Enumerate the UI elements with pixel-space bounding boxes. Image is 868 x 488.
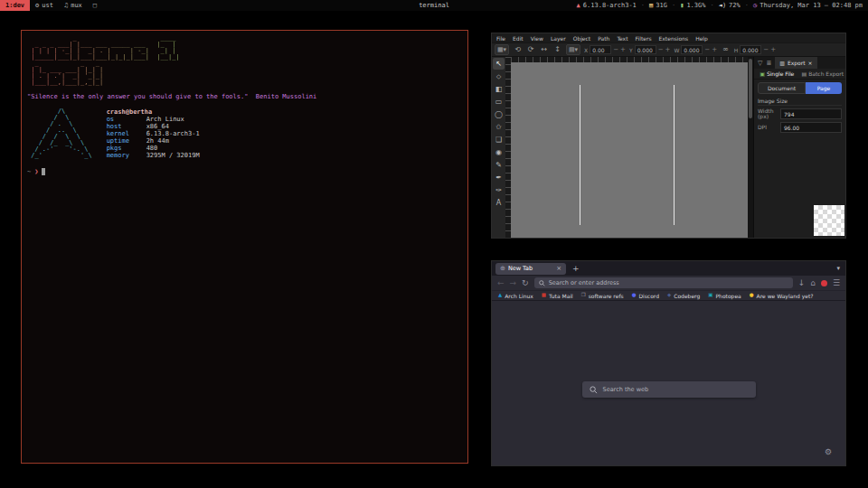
page-button[interactable]: Page — [806, 82, 842, 94]
arch-favicon: ▲ — [498, 293, 502, 298]
page-border-right — [674, 85, 675, 225]
terminal-window[interactable]: _ ____ _ _ _ ___| |___ ___ _____ ___ |_ … — [21, 30, 468, 464]
document-button[interactable]: Document — [758, 82, 806, 94]
navigation-bar: ← → ↻ Search or enter address ↓ ⌂ ☰ — [492, 276, 845, 290]
search-icon — [590, 386, 598, 394]
tool-box-3d-icon[interactable]: ❏ — [493, 134, 505, 145]
tool-selector-icon[interactable]: ↖ — [493, 58, 505, 70]
downloads-icon[interactable]: ↓ — [798, 279, 806, 287]
menu-layer[interactable]: Layer — [551, 35, 566, 42]
flip-horizontal-icon[interactable]: ↔ — [540, 45, 550, 54]
h-input[interactable]: 0.000 — [740, 45, 761, 54]
menu-extensions[interactable]: Extensions — [659, 35, 689, 42]
tool-rectangle-icon[interactable]: ▭ — [493, 96, 505, 108]
flip-vertical-icon[interactable]: ↕ — [552, 45, 562, 54]
drawing-canvas[interactable] — [511, 62, 748, 238]
rotate-ccw-icon[interactable]: ⟲ — [513, 45, 523, 54]
extension-red-icon[interactable] — [821, 280, 827, 286]
close-icon[interactable]: × — [808, 60, 813, 66]
globe-icon: ⊕ — [500, 265, 505, 272]
menu-icon[interactable]: ☰ — [833, 279, 840, 287]
select-all-dropdown[interactable]: ▦▾ — [495, 44, 509, 55]
dpi-row: DPI 96.00 — [758, 122, 842, 133]
scrollbar-thumb[interactable] — [749, 59, 752, 118]
y-increment[interactable]: + — [665, 46, 671, 53]
reload-button[interactable]: ↻ — [522, 279, 529, 287]
tool-pencil-icon[interactable]: ✎ — [493, 159, 505, 171]
bookmark-arch-linux[interactable]: ▲ Arch Linux — [498, 293, 533, 299]
tuta-favicon: ■ — [542, 293, 546, 298]
image-size-heading: Image Size — [758, 98, 842, 106]
align-dropdown[interactable]: ▤▾ — [566, 44, 580, 55]
fetch-row: host x86_64 — [107, 123, 200, 130]
x-input[interactable]: 0.00 — [590, 45, 611, 54]
h-field: H 0.000 − + — [734, 45, 776, 54]
tool-calligraphy-icon[interactable]: ✑ — [493, 184, 505, 196]
dock-tab-bar: ▽ ≣ ▥ Export × — [754, 57, 845, 69]
menu-filters[interactable]: Filters — [636, 35, 652, 42]
back-button[interactable]: ← — [497, 279, 505, 287]
layers-icon[interactable]: ≣ — [766, 60, 771, 67]
tab-single-file[interactable]: ▣ Single File — [754, 70, 800, 77]
dpi-input[interactable]: 96.00 — [780, 122, 842, 133]
y-input[interactable]: 0.000 — [635, 45, 656, 54]
fetch-row: memory 3295M / 32019M — [107, 152, 200, 159]
bookmark-codeberg[interactable]: ◆ Codeberg — [667, 293, 700, 299]
lock-ratio-icon[interactable]: ∞ — [721, 45, 731, 54]
export-dock-tab[interactable]: ▥ Export × — [775, 57, 816, 69]
menu-help[interactable]: Help — [695, 35, 708, 42]
tool-text-icon[interactable]: A — [493, 197, 505, 209]
prompt-cwd: ~ — [27, 168, 31, 175]
w-input[interactable]: 0.000 — [681, 45, 703, 54]
menu-edit[interactable]: Edit — [513, 35, 524, 42]
fetch-output: /\ / \ / . \ / .. \ / / \ \ / /_ _\ \ / … — [27, 108, 462, 159]
tool-ellipse-icon[interactable]: ◯ — [493, 108, 505, 120]
y-field: Y 0.000 − + — [629, 45, 670, 54]
tool-star-icon[interactable]: ✩ — [493, 121, 505, 133]
menu-path[interactable]: Path — [598, 35, 609, 42]
shell-prompt[interactable]: ~ ❯ — [27, 168, 462, 175]
search-icon — [539, 280, 545, 286]
y-decrement[interactable]: − — [658, 46, 664, 53]
menu-text[interactable]: Text — [617, 35, 627, 42]
h-decrement[interactable]: − — [763, 46, 769, 53]
inkscape-window[interactable]: File Edit View Layer Object Path Text Fi… — [491, 33, 846, 239]
menu-object[interactable]: Object — [573, 35, 591, 42]
wayland-favicon: ● — [750, 293, 754, 298]
w-increment[interactable]: + — [712, 46, 717, 53]
canvas-area[interactable] — [511, 57, 748, 238]
rotate-cw-icon[interactable]: ⟳ — [526, 45, 536, 54]
h-increment[interactable]: + — [770, 46, 776, 53]
tab-list-chevron-icon[interactable]: ▾ — [836, 265, 840, 272]
bookmark-photopea[interactable]: ▣ Photopea — [708, 293, 741, 299]
w-decrement[interactable]: − — [704, 46, 710, 53]
home-icon[interactable]: ⌂ — [810, 279, 816, 287]
web-search-input[interactable]: Search the web — [582, 381, 756, 398]
active-tab[interactable]: ⊕ New Tab × — [495, 263, 566, 275]
bookmark-discord[interactable]: ● Discord — [632, 293, 659, 299]
tool-pen-icon[interactable]: ✒ — [493, 172, 505, 183]
close-icon[interactable]: × — [556, 265, 561, 272]
bookmark-are-we-wayland-yet[interactable]: ● Are we Wayland yet? — [750, 293, 814, 299]
menu-file[interactable]: File — [496, 35, 505, 42]
tab-batch-export[interactable]: ▤ Batch Export — [800, 70, 846, 77]
tool-shape-builder-icon[interactable]: ◧ — [493, 83, 505, 95]
tool-node-editor-icon[interactable]: ⬦ — [493, 70, 505, 82]
forward-button[interactable]: → — [510, 279, 517, 287]
new-tab-button[interactable]: + — [572, 264, 580, 273]
fetch-info: crash@bertha os Arch Linux host x86_64 k… — [107, 108, 200, 159]
tool-spiral-icon[interactable]: ◉ — [493, 146, 505, 158]
browser-window[interactable]: ⊕ New Tab × + ▾ ← → ↻ Search or enter ad… — [491, 260, 846, 466]
fetch-row: pkgs 480 — [107, 145, 200, 152]
folder-icon: ❒ — [581, 293, 586, 298]
width-input[interactable]: 794 — [780, 108, 842, 119]
batch-export-icon: ▤ — [802, 70, 807, 77]
bookmark-tuta-mail[interactable]: ■ Tuta Mail — [542, 293, 573, 299]
personalize-gear-icon[interactable]: ⚙ — [825, 447, 832, 456]
bookmark-folder-software-refs[interactable]: ❒ software refs — [581, 293, 624, 299]
x-decrement[interactable]: − — [613, 46, 618, 53]
url-bar[interactable]: Search or enter address — [534, 277, 793, 288]
x-increment[interactable]: + — [620, 46, 626, 53]
filter-icon[interactable]: ▽ — [758, 60, 762, 67]
menu-view[interactable]: View — [531, 35, 543, 42]
